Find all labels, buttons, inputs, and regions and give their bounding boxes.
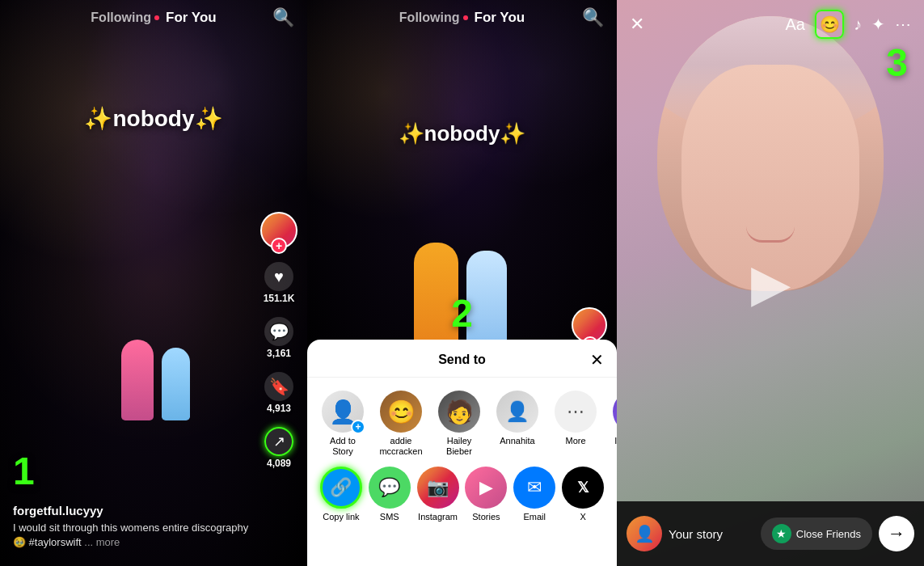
close-friends-button[interactable]: ★ Close Friends — [761, 517, 872, 550]
header-panel2: Following For You 🔍 — [307, 0, 617, 36]
action-item-email[interactable]: ✉ Email — [510, 467, 559, 522]
email-icon: ✉ — [513, 467, 555, 509]
following-label-p1: Following — [91, 11, 151, 25]
username-p1[interactable]: forgetful.lucyyy — [13, 504, 254, 517]
following-label-p2: Following — [399, 11, 460, 25]
your-story-button[interactable]: 👤 Your story — [627, 516, 754, 551]
like-icon-p1: ♥ — [264, 262, 293, 291]
bottom-bar-p3: 👤 Your story ★ Close Friends → — [617, 501, 924, 566]
step-label-3: 3 — [886, 40, 908, 85]
caption-more-p1[interactable]: ... more — [84, 536, 120, 548]
more-tool-button[interactable]: ⋯ — [895, 15, 911, 34]
your-story-avatar: 👤 — [627, 516, 662, 551]
music-icon: ♪ — [854, 15, 862, 33]
panel-2: Following For You 🔍 ✨nobody✨ + ♡ 2 Send … — [307, 0, 617, 566]
comment-group-p1[interactable]: 💬 3,161 — [264, 317, 293, 359]
close-sheet-button[interactable]: ✕ — [590, 350, 604, 370]
music-tool-button[interactable]: ♪ — [854, 15, 862, 34]
avatar-group-p1[interactable]: + — [260, 212, 297, 249]
action-item-sms[interactable]: 💬 SMS — [365, 467, 414, 522]
contact-avatar-more: ⋯ — [555, 391, 597, 433]
add-story-avatar: 👤 + — [322, 391, 364, 433]
contact-item-invite[interactable]: 👥 Invite fri...to cha... — [605, 391, 617, 457]
save-count-p1: 4,913 — [267, 403, 291, 414]
header-panel3: ✕ Aa 😊 ♪ ✦ ⋯ — [617, 0, 924, 49]
stories-label: Stories — [472, 512, 500, 522]
instagram-label: Instagram — [418, 512, 458, 522]
send-to-sheet: Send to ✕ 👤 + Add toStory 😊 addiemccrack… — [307, 340, 617, 566]
live-dot-p1 — [154, 15, 159, 20]
panel-1: Following For You 🔍 ✨nobody✨ + ♥ 151.1K … — [0, 0, 307, 566]
sms-icon: 💬 — [369, 467, 411, 509]
like-group-p1[interactable]: ♥ 151.1K — [264, 262, 295, 304]
copy-link-icon: 🔗 — [320, 467, 362, 509]
send-to-title: Send to — [438, 353, 486, 367]
close-friends-icon: ★ — [772, 524, 791, 543]
creator-avatar-p1: + — [260, 212, 297, 249]
header-panel1: Following For You 🔍 — [0, 0, 307, 36]
nav-following-p1[interactable]: Following — [91, 11, 159, 25]
nav-following-p2[interactable]: Following — [399, 11, 468, 25]
copy-link-label: Copy link — [323, 512, 359, 522]
send-to-header: Send to ✕ — [307, 353, 617, 378]
effects-icon: ✦ — [871, 15, 885, 33]
comment-count-p1: 3,161 — [267, 348, 291, 359]
smile — [746, 226, 795, 243]
contact-avatar-invite: 👥 — [613, 391, 617, 433]
search-icon-p1[interactable]: 🔍 — [272, 7, 294, 28]
contact-name-addie: addiemccracken — [379, 436, 422, 457]
share-count-p1: 4,089 — [267, 458, 291, 469]
performer-2 — [162, 348, 190, 420]
step-label-2: 2 — [451, 291, 473, 336]
panel-3: ✕ Aa 😊 ♪ ✦ ⋯ ▶ 3 👤 Your story ★ C — [617, 0, 924, 566]
contact-item-annahita[interactable]: 👤 Annahita — [488, 391, 546, 457]
contact-item-addie[interactable]: 😊 addiemccracken — [372, 391, 430, 457]
right-icons-p1: + ♥ 151.1K 💬 3,161 🔖 4,913 ↗ 4,089 — [260, 212, 297, 469]
contact-avatar-annahita: 👤 — [496, 391, 538, 433]
save-group-p1[interactable]: 🔖 4,913 — [264, 372, 293, 414]
comment-icon-p1: 💬 — [264, 317, 293, 346]
add-story-plus-icon: + — [351, 420, 365, 434]
action-item-instagram[interactable]: 📷 Instagram — [414, 467, 462, 522]
bottom-info-p1: forgetful.lucyyy I would sit through thi… — [0, 494, 267, 566]
contact-avatar-addie: 😊 — [380, 391, 422, 433]
play-icon-p3[interactable]: ▶ — [751, 253, 791, 313]
search-icon-p2[interactable]: 🔍 — [582, 7, 604, 28]
close-button-p3[interactable]: ✕ — [630, 14, 644, 35]
share-group-p1[interactable]: ↗ 4,089 — [264, 427, 293, 469]
share-icon-p1: ↗ — [264, 427, 293, 456]
contact-item-add-story[interactable]: 👤 + Add toStory — [314, 391, 372, 457]
stage-area — [73, 275, 234, 420]
sms-label: SMS — [380, 512, 399, 522]
contact-item-hailey[interactable]: 🧑 HaileyBieber — [430, 391, 488, 457]
add-story-label: Add toStory — [330, 436, 356, 457]
caption-p1: I would sit through this womens entire d… — [13, 521, 254, 550]
actions-row: 🔗 Copy link 💬 SMS 📷 Instagram ▶ Stories … — [307, 460, 617, 528]
action-item-x[interactable]: 𝕏 X — [559, 467, 607, 522]
send-story-button[interactable]: → — [879, 516, 914, 551]
contacts-row: 👤 + Add toStory 😊 addiemccracken 🧑 Haile… — [307, 381, 617, 460]
close-friends-label: Close Friends — [796, 528, 861, 540]
contact-name-invite: Invite fri...to cha... — [614, 436, 617, 457]
face-circle — [657, 16, 884, 291]
save-icon-p1: 🔖 — [264, 372, 293, 401]
nav-foryou-p2[interactable]: For You — [475, 10, 525, 26]
song-title-p2: ✨nobody✨ — [399, 121, 526, 146]
action-item-stories[interactable]: ▶ Stories — [462, 467, 510, 522]
contact-item-more[interactable]: ⋯ More — [546, 391, 605, 457]
instagram-icon: 📷 — [417, 467, 459, 509]
contact-avatar-hailey: 🧑 — [438, 391, 480, 433]
more-icon: ⋯ — [895, 15, 911, 33]
contact-name-hailey: HaileyBieber — [446, 436, 472, 457]
action-item-copylink[interactable]: 🔗 Copy link — [317, 467, 365, 522]
header-tools-p3: Aa 😊 ♪ ✦ ⋯ — [786, 10, 911, 39]
text-tool-button[interactable]: Aa — [786, 15, 805, 34]
sticker-tool-button[interactable]: 😊 — [815, 10, 844, 39]
contact-name-annahita: Annahita — [500, 436, 534, 446]
song-title-p1: ✨nobody✨ — [84, 105, 222, 132]
x-label: X — [580, 512, 585, 522]
caption-text-p1: I would sit through this womens entire d… — [13, 522, 248, 548]
sticker-icon: 😊 — [820, 15, 840, 34]
nav-foryou-p1[interactable]: For You — [166, 10, 217, 26]
effects-tool-button[interactable]: ✦ — [871, 15, 885, 34]
